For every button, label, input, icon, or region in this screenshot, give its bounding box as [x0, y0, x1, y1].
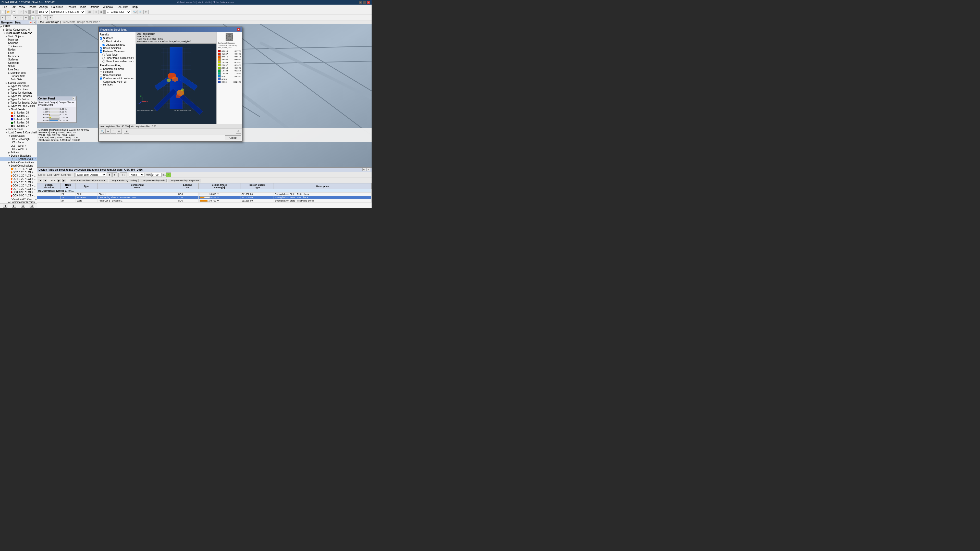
nav-tree-item[interactable]: Thicknesses [0, 44, 37, 48]
tab-design-component[interactable]: Design Ratios by Component [168, 179, 201, 183]
nav-tree-item[interactable]: CO8: 0.90 * LC1 + ... [0, 191, 37, 194]
shear-z-item[interactable]: Shear force in direction z [100, 60, 135, 63]
nav-tree-item[interactable]: ▶Types for Lines [0, 88, 37, 91]
print-btn[interactable]: 🖨 [30, 10, 35, 14]
annotation-btn[interactable]: A [43, 15, 48, 20]
select-btn[interactable]: ↖ [0, 15, 6, 20]
plastic-strains-radio[interactable] [102, 40, 105, 43]
nav-prev-btn[interactable]: ◀ [3, 204, 7, 208]
table-expand-btn[interactable]: ⊕ [363, 168, 366, 171]
axial-force-item[interactable]: Axial force [100, 53, 135, 56]
tab-design-loading[interactable]: Design Ratios by Loading [109, 179, 139, 183]
dt-ok-btn[interactable]: ✓ [166, 172, 171, 177]
nav-tree-item[interactable]: ▶Types for Nodes [0, 84, 37, 88]
minimize-btn[interactable]: ─ [359, 1, 362, 4]
menu-view[interactable]: View [18, 5, 27, 9]
continuous-all-item[interactable]: Continuous within all surfaces [100, 80, 135, 86]
view3d-btn[interactable]: 3D [87, 10, 93, 14]
shear-y-item[interactable]: Shear force in direction y [100, 56, 135, 60]
pan-btn[interactable]: ✥ [143, 10, 148, 14]
results-zoom-btn[interactable]: 🔍 [100, 129, 105, 134]
nav-tree-item[interactable]: LC4 - Wind +Y [0, 148, 37, 151]
3d-viewport[interactable]: Results in Steel Joint ✕ Results Surface… [37, 24, 372, 167]
table-row[interactable]: 21FastenerConnecting Plate 2 | Fasteners… [37, 196, 372, 199]
window-controls[interactable]: ─ □ ✕ [359, 1, 370, 4]
tab-design-node[interactable]: Design Ratios by Node [140, 179, 167, 183]
nav-tree-item[interactable]: ▼Load Combinations [0, 164, 37, 167]
nav-tree-item[interactable]: Nodes [0, 48, 37, 51]
nav-tree-item[interactable]: CO5: 1.20 * LC1 + ... [0, 181, 37, 184]
nav-tree-item[interactable]: ▶Types for Members [0, 91, 37, 94]
nav-tree-item[interactable]: Line Sets [0, 68, 37, 71]
nav-tree-item[interactable]: CO3: 1.20 * LC1 + ... [0, 174, 37, 177]
nav-tree-item[interactable]: ▼Steel Joints AISC.rf6* [0, 32, 37, 35]
non-continuous-item[interactable]: Non-continuous [100, 73, 135, 77]
wireframe-btn[interactable]: ⬡ [93, 10, 98, 14]
nav-close-btn[interactable]: ✕ [33, 21, 36, 24]
nav-tree-item[interactable]: ▼Load Cases & Combinations [0, 131, 37, 134]
display-results-btn[interactable]: 📊 [30, 15, 35, 20]
nav-tree-item[interactable]: ▼Steel Joints [0, 108, 37, 111]
menu-assign[interactable]: Assign [38, 5, 49, 9]
nav-tree-item[interactable]: Lines [0, 51, 37, 55]
nav-pin-btn[interactable]: 📌 [29, 21, 32, 24]
dt-prev-btn[interactable]: ◀ [107, 172, 112, 177]
max-value-input[interactable] [151, 173, 162, 177]
nav-tree-item[interactable]: ▶Action Combinations [0, 161, 37, 164]
section-combo[interactable]: Section 2-3 (LRFD), 1, to 5... [49, 10, 85, 14]
nav-tree-item[interactable]: ▶Types for Special Objects [0, 101, 37, 104]
undo-btn[interactable]: ↩ [18, 10, 23, 14]
nav-tree-item[interactable]: 2 - Nodes: 21 [0, 114, 37, 118]
nav-tree-item[interactable]: ▶Member Sets [0, 71, 37, 75]
none-combo[interactable]: None [129, 173, 145, 177]
zoom-out-btn[interactable]: 🔍- [138, 10, 143, 14]
nav-tree-item[interactable]: 1 - Nodes: 28 [0, 111, 37, 114]
continuous-all-radio[interactable] [100, 82, 102, 84]
menu-insert[interactable]: Insert [27, 5, 37, 9]
nav-tree-item[interactable]: Surface Sets [0, 75, 37, 78]
nav-tree-item[interactable]: CO1: 1.40 * LC1 [0, 167, 37, 171]
nav-tree-item[interactable]: ▶Combination Wizards [0, 200, 37, 203]
results-3d-view[interactable]: Steel Joint Design Steel Joint No. 2 Nod… [136, 32, 216, 124]
equiv-stress-radio[interactable] [102, 44, 105, 46]
page-last-btn[interactable]: ▶| [62, 179, 66, 183]
nav-tree-item[interactable]: Solid Sets [0, 78, 37, 81]
dialog-close-btn[interactable]: Close [225, 135, 241, 140]
nav-expand-btn[interactable]: ⊞ [21, 204, 25, 208]
results-print-btn[interactable]: 🖨 [124, 129, 129, 134]
table-row[interactable]: 27WeldPlate Cut 2 | Soudure 1CO60.799 ▼S… [37, 199, 372, 203]
menu-options[interactable]: Options [88, 5, 101, 9]
nav-tree-item[interactable]: Materials [0, 38, 37, 41]
nav-tree-item[interactable]: 3 - Nodes: 30 [0, 118, 37, 121]
nav-tree-item[interactable]: LC3 - Wind -Y [0, 144, 37, 148]
nav-tree-item[interactable]: CO9: 0.90 * LC1 + ... [0, 194, 37, 197]
page-next-btn[interactable]: ▶ [57, 179, 61, 183]
nav-tree-item[interactable]: ▶Imperfections [0, 127, 37, 131]
results-fit-btn[interactable]: ⊞ [117, 129, 122, 134]
continuous-surfaces-radio[interactable] [100, 77, 102, 80]
menu-tools[interactable]: Tools [78, 5, 88, 9]
fastener-members-check[interactable] [100, 50, 102, 53]
page-prev-btn[interactable]: ◀ [43, 179, 47, 183]
nav-tree-item[interactable]: CO7: 1.20 * LC1 + ... [0, 187, 37, 191]
nav-tree-item[interactable]: ▶RFEM [0, 25, 37, 28]
page-first-btn[interactable]: |◀ [38, 179, 42, 183]
nav-tree-item[interactable]: Surfaces [0, 58, 37, 61]
nav-tree-item[interactable]: 5 - Nodes: 27 [0, 124, 37, 127]
result-type-btn[interactable]: η [36, 15, 41, 20]
menu-help[interactable]: Help [130, 5, 139, 9]
nav-tree-item[interactable]: LC1 - Self-weight [0, 138, 37, 141]
new-btn[interactable]: 📄 [0, 10, 6, 14]
menu-results[interactable]: Results [65, 5, 78, 9]
nav-tree-item[interactable]: ▶Types for Surfaces [0, 94, 37, 98]
shear-y-radio[interactable] [102, 57, 105, 59]
tab-design-situation[interactable]: Design Ratios by Design Situation [70, 179, 108, 183]
nav-tree-item[interactable]: LC2 - Snow [0, 141, 37, 144]
node-btn[interactable]: • [13, 15, 18, 20]
nav-tree-item[interactable]: ▶Actions [0, 151, 37, 154]
nav-tree-item[interactable]: ▶Types for Solids [0, 98, 37, 101]
nav-next-btn[interactable]: ▶ [12, 204, 16, 208]
nav-tree-item[interactable]: Members [0, 55, 37, 58]
surfaces-check[interactable] [100, 37, 102, 40]
results-dialog-close-btn[interactable]: ✕ [237, 28, 240, 32]
